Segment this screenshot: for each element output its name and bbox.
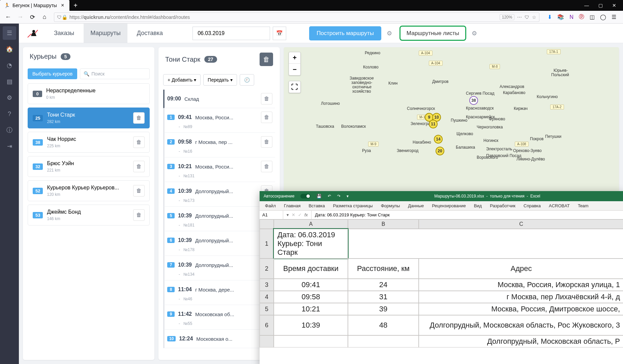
add-stop-button[interactable]: + Добавить ▾ <box>163 74 201 86</box>
library-icon[interactable]: 📚 <box>557 14 564 20</box>
autosave-toggle[interactable] <box>300 194 310 199</box>
cell[interactable]: 31 <box>348 291 419 303</box>
trash-icon[interactable]: 🗑 <box>133 209 145 221</box>
delete-route-button[interactable]: 🗑 <box>260 53 273 66</box>
calendar-button[interactable]: 📅 <box>273 27 286 40</box>
trash-icon[interactable]: 🗑 <box>261 112 272 123</box>
row-header[interactable] <box>260 335 274 347</box>
cell-merged[interactable] <box>348 229 623 259</box>
rail-home-icon[interactable]: 🏠 <box>3 42 16 56</box>
select-all-corner[interactable] <box>260 219 274 229</box>
ribbon-tab[interactable]: Формулы <box>381 203 400 208</box>
row-header[interactable]: 1 <box>260 229 274 259</box>
ribbon-tab[interactable]: Вид <box>474 203 482 208</box>
ribbon-tab[interactable]: Разработчик <box>490 203 515 208</box>
zoom-out-button[interactable]: − <box>289 64 300 75</box>
row-header[interactable]: 3 <box>260 279 274 291</box>
ribbon-tab[interactable]: Team <box>578 203 589 208</box>
rail-help-icon[interactable]: ? <box>3 107 16 121</box>
select-couriers-button[interactable]: Выбрать курьеров <box>28 68 77 79</box>
rail-menu-button[interactable]: ☰ <box>3 26 16 40</box>
history-button[interactable]: 🕘 <box>240 74 254 86</box>
map-pin[interactable]: 20 <box>436 147 444 155</box>
ribbon-tab[interactable]: Данные <box>408 203 424 208</box>
ribbon-tab[interactable]: Файл <box>265 203 276 208</box>
cell[interactable]: 09:41 <box>274 279 348 291</box>
col-header-b[interactable]: B <box>348 219 419 229</box>
build-routes-button[interactable]: Построить маршруты <box>309 26 381 40</box>
trash-icon[interactable]: 🗑 <box>261 136 272 148</box>
ribbon-tab[interactable]: Разметка страницы <box>333 203 373 208</box>
stop-item[interactable]: 9 11:42 Московская об... 🗑 - №55 <box>163 305 275 330</box>
gear-icon-2[interactable]: ⚙ <box>472 30 477 37</box>
reload-button[interactable]: ⟳ <box>27 12 38 23</box>
cell[interactable]: г Москва, пер Лихачёвский 4-й, д <box>419 291 623 303</box>
stop-item[interactable]: 10 12:24 Московская о... 🗑 <box>163 330 275 348</box>
zoom-badge[interactable]: 120% <box>500 14 515 20</box>
trash-icon[interactable]: 🗑 <box>133 161 145 172</box>
stop-item[interactable]: 7 10:39 Долгопрудный... 🗑 - №134 <box>163 256 275 280</box>
col-header-a[interactable]: A <box>274 219 348 229</box>
row-header[interactable]: 4 <box>260 291 274 303</box>
back-button[interactable]: ← <box>3 12 13 23</box>
trash-icon[interactable]: 🗑 <box>133 112 145 124</box>
menu-icon[interactable]: ☰ <box>612 14 616 20</box>
courier-item[interactable]: 25 Тони Старк 282 km 🗑 <box>28 108 150 128</box>
courier-item[interactable]: 52 Курьеров Курьер Курьеров... 120 km 🗑 <box>28 180 150 201</box>
rail-info-icon[interactable]: ⓘ <box>3 123 16 137</box>
cell[interactable]: 39 <box>348 303 419 315</box>
stop-item[interactable]: 1 09:41 Москва, Росси... 🗑 - №89 <box>163 108 275 133</box>
url-bar[interactable]: 🛡 🔒 https://quickrun.ru/content/index.ht… <box>54 12 539 22</box>
courier-search[interactable]: 🔍 Поиск <box>80 68 150 79</box>
nav-routes[interactable]: Маршруты <box>84 24 127 43</box>
cell[interactable] <box>274 335 348 347</box>
courier-item[interactable]: 32 Брюс Уэйн 221 km 🗑 <box>28 156 150 177</box>
stop-item[interactable]: 3 10:21 Москва, Росси... 🗑 - №131 <box>163 157 275 182</box>
cell[interactable]: Долгопрудный, Московская область, Р <box>419 335 623 347</box>
undo-icon[interactable]: ↶ <box>328 194 331 199</box>
transfer-button[interactable]: Передать ▾ <box>203 74 237 86</box>
row-header[interactable]: 5 <box>260 303 274 315</box>
confirm-icon[interactable]: ✓ <box>298 212 302 217</box>
route-sheets-button[interactable]: Маршрутные листы <box>399 26 466 41</box>
rail-logout-icon[interactable]: ⇥ <box>3 140 16 153</box>
dropdown-icon[interactable]: ▾ <box>287 212 289 217</box>
fx-icon[interactable]: fx <box>304 212 308 217</box>
excel-grid[interactable]: A B C 1 Дата: 06.03.2019 Курьер: Тони Ст… <box>260 219 623 347</box>
cell[interactable]: 09:58 <box>274 291 348 303</box>
cell-reference[interactable]: A1 <box>260 211 283 219</box>
trash-icon[interactable]: 🗑 <box>133 185 145 196</box>
gear-icon[interactable]: ⚙ <box>387 30 392 37</box>
account-icon[interactable]: ◯ <box>600 14 606 20</box>
cell-a1[interactable]: Дата: 06.03.2019 Курьер: Тони Старк <box>274 229 348 259</box>
pinterest-icon[interactable]: ⓟ <box>579 13 584 21</box>
minimize-icon[interactable]: — <box>584 3 589 8</box>
courier-item[interactable]: 38 Чак Норрис 225 km 🗑 <box>28 132 150 153</box>
rail-dashboard-icon[interactable]: ◔ <box>3 59 16 72</box>
map-pin[interactable]: 11 <box>429 120 438 128</box>
cell[interactable]: Москва, Россия, Ижорская улица, 1 <box>419 279 623 291</box>
cell[interactable]: Долгопрудный, Московская область, Рос Жу… <box>419 315 623 335</box>
stop-item[interactable]: 6 10:39 Долгопрудный... 🗑 - №178 <box>163 231 275 256</box>
cell[interactable] <box>348 335 419 347</box>
redo-icon[interactable]: ↷ <box>337 194 340 199</box>
cell[interactable]: 48 <box>348 315 419 335</box>
stop-item[interactable]: 4 10:39 Долгопрудный... 🗑 - №173 <box>163 182 275 207</box>
rail-settings-icon[interactable]: ⚙ <box>3 91 16 104</box>
browser-tab[interactable]: 🏃 Бегунок | Маршруты × <box>0 0 69 11</box>
sidebar-icon[interactable]: ◫ <box>590 14 595 20</box>
map-pin[interactable]: 38 <box>469 96 478 105</box>
ribbon-tab[interactable]: ACROBAT <box>549 203 570 208</box>
ribbon-tab[interactable]: Рецензирование <box>432 203 466 208</box>
nav-delivery[interactable]: Доставка <box>130 24 170 43</box>
ribbon-tab[interactable]: Справка <box>524 203 541 208</box>
close-icon[interactable]: × <box>60 2 65 8</box>
cell[interactable]: 10:39 <box>274 315 348 335</box>
customize-icon[interactable]: ▾ <box>347 194 349 199</box>
nav-orders[interactable]: Заказы <box>47 24 81 43</box>
maximize-icon[interactable]: ▢ <box>598 3 603 8</box>
cell[interactable]: Время доставки <box>274 259 348 279</box>
stop-item[interactable]: 2 09:58 г Москва, пер ... 🗑 - №16 <box>163 133 275 157</box>
ribbon-tab[interactable]: Главная <box>284 203 300 208</box>
cell[interactable]: Москва, Россия, Дмитровское шоссе, <box>419 303 623 315</box>
